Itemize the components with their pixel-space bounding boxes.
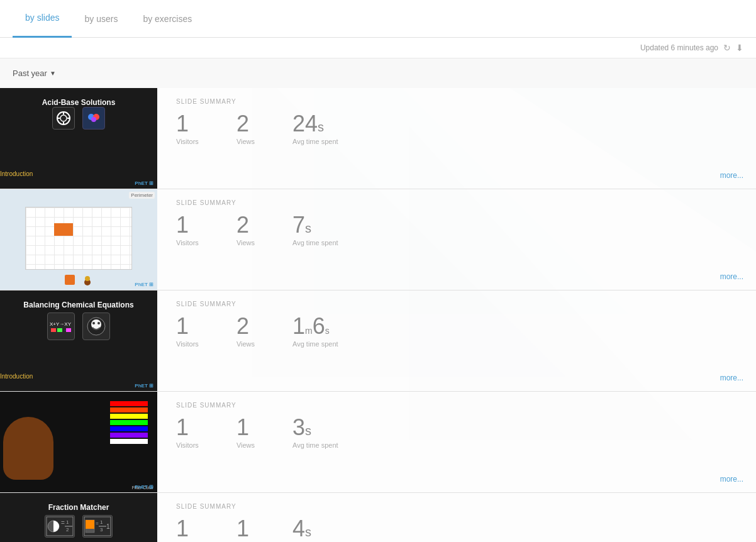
tab-by-users[interactable]: by users: [72, 0, 130, 38]
slides-list: Acid-Base Solutions Introduction PhET ⊞ …: [0, 88, 756, 542]
stat-avgtime-value-5: 4s: [292, 517, 311, 540]
svg-rect-18: [57, 328, 62, 332]
stat-views-5: 1 Views: [236, 517, 255, 542]
stat-avgtime-5: 4s Avg time spent: [292, 517, 338, 542]
stat-avgtime-1: 24s Avg time spent: [292, 113, 338, 145]
stat-views-value-1: 2: [236, 113, 249, 135]
stats-row-3: 1 Visitors 2 Views 1m6s Avg time spent: [176, 315, 737, 348]
stat-visitors-2: 1 Visitors: [176, 214, 199, 246]
thumb-icon-5a: = 1 2: [45, 515, 75, 538]
stat-views-label-1: Views: [236, 138, 255, 145]
tab-by-slides[interactable]: by slides: [13, 0, 72, 38]
slide-row: Perimeter PhET ⊞ SLIDE SUMMARY 1 Visitor…: [0, 189, 756, 290]
svg-text:1: 1: [66, 519, 69, 525]
slide-summary-panel-5: SLIDE SUMMARY 1 Visitors 1 Views 4s Avg …: [157, 493, 756, 542]
download-icon[interactable]: ⬇: [736, 43, 743, 53]
thumb-icon-3a: X+Y→XY→: [47, 312, 75, 340]
stat-views-label-3: Views: [236, 340, 255, 348]
svg-text:2: 2: [66, 527, 69, 533]
slide-thumbnail-4: Filter Color PhET ⊞: [0, 392, 157, 492]
stat-visitors-3: 1 Visitors: [176, 315, 199, 348]
slide-summary-panel-2: SLIDE SUMMARY 1 Visitors 2 Views 7s Avg …: [157, 189, 756, 290]
stat-visitors-value-4: 1: [176, 416, 189, 439]
svg-text:1: 1: [100, 519, 103, 525]
stat-avgtime-value-2: 7s: [292, 214, 311, 236]
svg-point-12: [91, 117, 96, 122]
stat-avgtime-label-2: Avg time spent: [292, 239, 338, 246]
stat-views-value-2: 2: [236, 214, 249, 236]
stat-visitors-value-2: 1: [176, 214, 189, 236]
stats-row-1: 1 Visitors 2 Views 24s Avg time spent: [176, 113, 737, 145]
slide-title-1: Acid-Base Solutions: [0, 93, 157, 112]
stat-visitors-value-3: 1: [176, 315, 189, 338]
stat-visitors-label-2: Visitors: [176, 239, 199, 246]
svg-text:=: =: [96, 521, 99, 526]
stat-views-value-5: 1: [236, 517, 249, 540]
tab-by-exercises[interactable]: by exercises: [130, 0, 204, 38]
stat-avgtime-4: 3s Avg time spent: [292, 416, 338, 449]
filter-bar: Past year ▼: [0, 58, 756, 88]
stat-views-1: 2 Views: [236, 113, 255, 145]
stat-avgtime-value-3: 1m6s: [292, 315, 330, 338]
slide-thumbnail-2: Perimeter PhET ⊞: [0, 189, 157, 290]
slide-thumbnail-1: Acid-Base Solutions Introduction PhET ⊞: [0, 88, 157, 189]
slide-summary-panel-1: SLIDE SUMMARY 1 Visitors 2 Views 24s Avg…: [157, 88, 756, 189]
stats-row-4: 1 Visitors 1 Views 3s Avg time spent: [176, 416, 737, 449]
stat-avgtime-label-4: Avg time spent: [292, 441, 338, 449]
more-link-1[interactable]: more...: [720, 171, 743, 180]
stat-visitors-value-5: 1: [176, 517, 189, 540]
stat-avgtime-label-1: Avg time spent: [292, 138, 338, 145]
slide-summary-panel-4: SLIDE SUMMARY 1 Visitors 1 Views 3s Avg …: [157, 392, 756, 492]
stat-views-label-2: Views: [236, 239, 255, 246]
phet-logo-1: PhET ⊞: [135, 180, 153, 186]
slide-row: Acid-Base Solutions Introduction PhET ⊞ …: [0, 88, 756, 189]
svg-rect-20: [66, 328, 71, 332]
stat-views-value-3: 2: [236, 315, 249, 338]
slide-title-3: Balancing Chemical Equations: [0, 296, 157, 314]
summary-label-2: SLIDE SUMMARY: [176, 199, 737, 206]
slide-thumbnail-3: Balancing Chemical Equations X+Y→XY→ Int…: [0, 290, 157, 391]
svg-point-15: [85, 276, 90, 281]
stat-views-4: 1 Views: [236, 416, 255, 449]
slide-subtitle-3: Introduction: [0, 373, 33, 380]
svg-point-23: [92, 322, 95, 324]
stat-views-2: 2 Views: [236, 214, 255, 246]
stat-visitors-4: 1 Visitors: [176, 416, 199, 449]
filter-label: Past year: [13, 69, 47, 78]
updated-text: Updated 6 minutes ago: [640, 43, 718, 52]
stat-visitors-label-1: Visitors: [176, 138, 199, 145]
more-link-4[interactable]: more...: [720, 475, 743, 484]
date-filter-dropdown[interactable]: Past year ▼: [13, 66, 56, 80]
slide-row: Filter Color PhET ⊞ SLIDE SUMMARY 1 Visi…: [0, 392, 756, 493]
summary-label-3: SLIDE SUMMARY: [176, 301, 737, 307]
svg-rect-33: [86, 520, 94, 529]
summary-label-4: SLIDE SUMMARY: [176, 402, 737, 409]
phet-logo-4: PhET ⊞: [135, 484, 153, 490]
updated-bar: Updated 6 minutes ago ↻ ⬇: [0, 38, 756, 58]
stat-visitors-value-1: 1: [176, 113, 189, 135]
slide-subtitle-1: Introduction: [0, 170, 33, 177]
stat-visitors-label-3: Visitors: [176, 340, 199, 348]
refresh-icon[interactable]: ↻: [723, 43, 731, 53]
stat-visitors-label-4: Visitors: [176, 441, 199, 449]
more-link-3[interactable]: more...: [720, 373, 743, 382]
svg-text:=: =: [61, 519, 65, 526]
svg-rect-13: [65, 275, 75, 285]
slide-summary-panel-3: SLIDE SUMMARY 1 Visitors 2 Views 1m6s Av…: [157, 290, 756, 391]
svg-text:1: 1: [106, 523, 110, 530]
slide-title-5: Fraction Matcher: [0, 498, 157, 517]
summary-label-5: SLIDE SUMMARY: [176, 503, 737, 510]
thumb-icon-5b: = 1 3 1: [82, 515, 113, 538]
svg-point-24: [97, 322, 100, 324]
phet-logo-3: PhET ⊞: [135, 383, 153, 389]
more-link-2[interactable]: more...: [720, 272, 743, 281]
stat-visitors-5: 1 Visitors: [176, 517, 199, 542]
slide-thumbnail-5: Fraction Matcher = 1: [0, 493, 157, 542]
svg-point-5: [60, 115, 67, 121]
stat-avgtime-3: 1m6s Avg time spent: [292, 315, 338, 348]
stat-avgtime-label-3: Avg time spent: [292, 340, 338, 348]
stats-row-5: 1 Visitors 1 Views 4s Avg time spent: [176, 517, 737, 542]
phet-logo-2: PhET ⊞: [135, 282, 153, 287]
svg-text:3: 3: [100, 527, 103, 533]
chevron-down-icon: ▼: [50, 70, 56, 77]
